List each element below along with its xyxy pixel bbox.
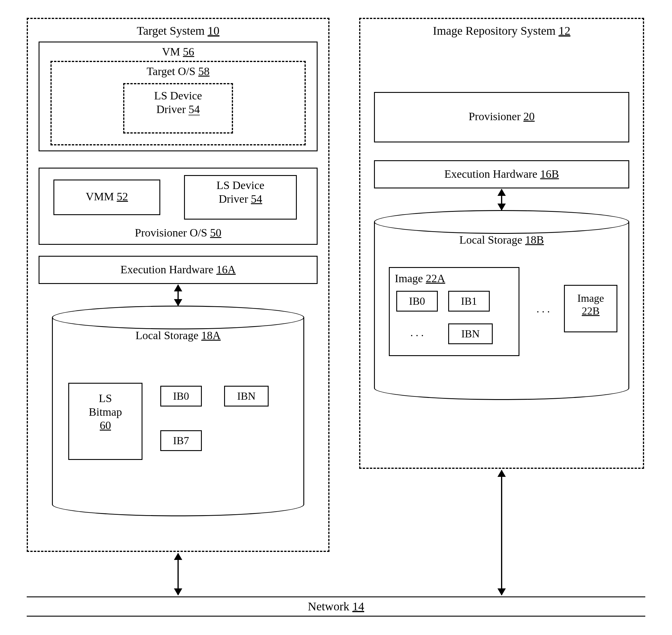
image-22b-num: 22B	[582, 305, 600, 317]
local-storage-a-label: Local Storage 18A	[52, 329, 304, 343]
target-os-num: 58	[198, 65, 210, 78]
provisioner-os-label: Provisioner O/S 50	[39, 226, 318, 240]
vm-text: VM	[162, 45, 180, 58]
target-system-num: 10	[208, 24, 219, 37]
image-22b-text: Image	[577, 292, 604, 304]
ls-bitmap-line1: LS	[99, 392, 112, 404]
repo-system-title-text: Image Repository System	[433, 24, 555, 37]
network-text: Network	[308, 600, 349, 613]
vmm-text: VMM	[86, 190, 114, 203]
ls-bitmap-label: LS Bitmap 60	[68, 392, 143, 432]
arrow-exhw-storage-a	[177, 285, 179, 306]
image-22a-num: 22A	[426, 272, 445, 285]
execution-hardware-a-label: Execution Hardware 16A	[39, 263, 318, 277]
network-line-top	[27, 596, 645, 597]
arrow-target-network	[177, 553, 179, 595]
vmm-label: VMM 52	[53, 190, 160, 203]
ls-bitmap-num: 60	[100, 419, 111, 432]
vm-label: VM 56	[39, 45, 318, 59]
vm-num: 56	[183, 45, 194, 58]
repo-system-title: Image Repository System 12	[359, 24, 644, 38]
local-storage-b-text: Local Storage	[459, 234, 522, 246]
dots-between-images: . . .	[525, 303, 561, 315]
vmm-num: 52	[117, 190, 128, 203]
provisioner-os-num: 50	[210, 226, 221, 239]
ibn-a-label: IBN	[224, 390, 268, 403]
ls-device-driver-inner-num: 54	[189, 104, 200, 116]
network-label: Network 14	[0, 599, 672, 614]
repo-system-num: 12	[559, 24, 570, 37]
execution-hardware-b-text: Execution Hardware	[445, 168, 537, 180]
target-os-label: Target O/S 58	[50, 65, 306, 78]
ibn-b-label: IBN	[448, 328, 493, 341]
provisioner-label: Provisioner 20	[374, 110, 629, 124]
execution-hardware-b-num: 16B	[540, 168, 559, 180]
image-22a-label: Image 22A	[395, 272, 514, 285]
image-22b-label: Image 22B	[564, 292, 617, 318]
ls-device-driver-inner-line2: Driver	[156, 103, 186, 115]
ib7-a-label: IB7	[160, 434, 202, 447]
ib1-b-label: IB1	[448, 295, 490, 308]
ls-device-driver-lower-num: 54	[251, 193, 262, 205]
local-storage-a-num: 18A	[201, 329, 220, 342]
dots-inside: . . .	[396, 326, 438, 339]
ls-bitmap-line2: Bitmap	[89, 406, 122, 418]
target-os-text: Target O/S	[147, 65, 195, 78]
image-22a-text: Image	[395, 272, 423, 285]
provisioner-num: 20	[523, 110, 535, 123]
target-system-title: Target System 10	[27, 24, 329, 38]
ls-device-driver-lower-line1: LS Device	[216, 179, 264, 191]
ls-device-driver-inner-line1: LS Device	[154, 89, 202, 102]
provisioner-os-text: Provisioner O/S	[135, 226, 207, 239]
arrow-exhw-storage-b	[501, 189, 502, 210]
provisioner-text: Provisioner	[469, 110, 521, 123]
ib0-a-label: IB0	[160, 390, 202, 403]
execution-hardware-b-label: Execution Hardware 16B	[374, 167, 629, 181]
local-storage-b-num: 18B	[525, 234, 544, 246]
execution-hardware-a-text: Execution Hardware	[121, 263, 213, 276]
local-storage-a-text: Local Storage	[135, 329, 198, 342]
arrow-repo-network	[501, 470, 502, 595]
ls-device-driver-lower-label: LS Device Driver 54	[184, 179, 297, 206]
ls-device-driver-inner-label: LS Device Driver 54	[123, 89, 233, 116]
network-num: 14	[352, 600, 364, 613]
ls-device-driver-lower-line2: Driver	[219, 193, 248, 205]
local-storage-b-label: Local Storage 18B	[374, 233, 629, 247]
network-line-bottom	[27, 616, 645, 617]
execution-hardware-a-num: 16A	[216, 263, 236, 276]
ib0-b-label: IB0	[396, 295, 438, 308]
target-system-title-text: Target System	[137, 24, 205, 37]
